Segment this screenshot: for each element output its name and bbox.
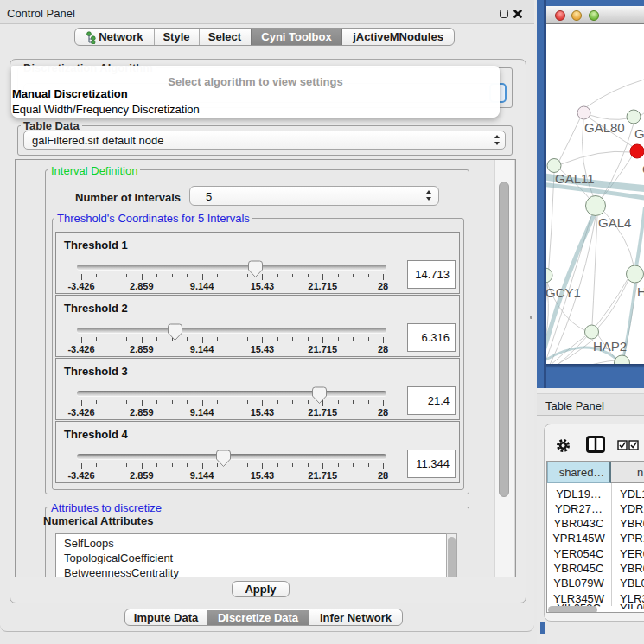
svg-text:GAL: GAL xyxy=(634,126,644,141)
svg-text:HAP2: HAP2 xyxy=(593,339,627,354)
svg-text:H: H xyxy=(637,284,644,299)
svg-text:GCY1: GCY1 xyxy=(546,285,581,300)
svg-text:GAL80: GAL80 xyxy=(584,120,625,135)
svg-text:GAL11: GAL11 xyxy=(555,171,595,186)
svg-text:GAL4: GAL4 xyxy=(598,215,631,230)
